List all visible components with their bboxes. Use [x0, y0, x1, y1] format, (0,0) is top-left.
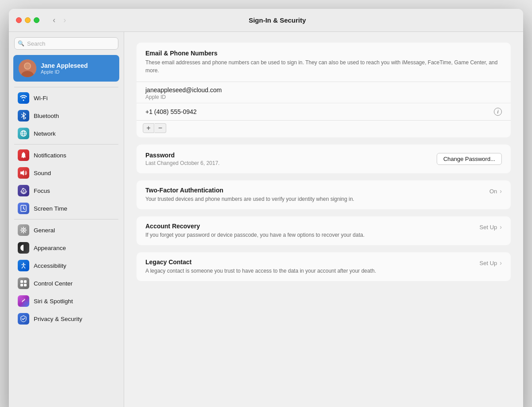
sidebar-label-notifications: Notifications: [34, 152, 66, 159]
sidebar-label-controlcenter: Control Center: [34, 280, 73, 287]
email-value: janeappleseed@icloud.com: [145, 86, 502, 94]
sidebar-label-appearance: Appearance: [34, 245, 66, 251]
change-password-button[interactable]: Change Password...: [437, 153, 502, 165]
siri-icon: [18, 295, 29, 307]
svg-rect-22: [20, 284, 23, 286]
svg-rect-23: [24, 284, 27, 286]
svg-rect-20: [20, 280, 23, 283]
account-recovery-card: Account Recovery If you forget your pass…: [137, 216, 511, 245]
email-phone-title: Email & Phone Numbers: [145, 50, 502, 57]
sidebar-item-controlcenter[interactable]: Control Center: [12, 275, 121, 292]
account-recovery-row[interactable]: Account Recovery If you forget your pass…: [137, 216, 511, 245]
user-profile-item[interactable]: Jane Appleseed Apple ID: [13, 55, 119, 82]
account-recovery-status: Set Up: [480, 224, 497, 231]
sidebar-label-general: General: [34, 227, 55, 234]
legacy-contact-desc: A legacy contact is someone you trust to…: [145, 267, 480, 275]
legacy-contact-right: Set Up ›: [480, 258, 502, 266]
sidebar-item-appearance[interactable]: Appearance: [12, 239, 121, 256]
sidebar-item-sound[interactable]: Sound: [12, 164, 121, 181]
svg-rect-21: [24, 280, 27, 283]
chevron-right-icon-3: ›: [500, 259, 502, 266]
two-factor-desc: Your trusted devices and phone numbers a…: [145, 195, 489, 203]
user-info: Jane Appleseed Apple ID: [41, 62, 88, 74]
search-input[interactable]: [14, 37, 118, 50]
svg-point-16: [23, 229, 24, 231]
sidebar-label-network: Network: [34, 130, 56, 137]
sidebar-item-screentime[interactable]: Screen Time: [12, 200, 121, 217]
svg-point-3: [25, 63, 30, 69]
two-factor-row[interactable]: Two-Factor Authentication Your trusted d…: [137, 180, 511, 209]
sidebar-item-general[interactable]: General: [12, 222, 121, 239]
controlcenter-icon: [18, 278, 29, 289]
add-button[interactable]: +: [143, 123, 154, 133]
email-phone-card: Email & Phone Numbers These email addres…: [137, 43, 511, 137]
sidebar-item-accessibility[interactable]: Accessibility: [12, 257, 121, 274]
sidebar-divider-1: [14, 87, 118, 87]
svg-marker-11: [20, 170, 24, 176]
screentime-icon: [18, 203, 29, 214]
sidebar-item-wifi[interactable]: Wi-Fi: [12, 90, 121, 106]
chevron-right-icon-2: ›: [500, 223, 502, 231]
two-factor-card: Two-Factor Authentication Your trusted d…: [137, 180, 511, 209]
wifi-icon: [18, 92, 29, 104]
legacy-contact-status: Set Up: [480, 260, 497, 266]
search-bar: 🔍: [14, 37, 118, 50]
sidebar-item-notifications[interactable]: Notifications: [12, 147, 121, 164]
sidebar-label-sound: Sound: [34, 170, 51, 176]
avatar: [19, 59, 36, 77]
window-title: Sign-In & Security: [39, 16, 516, 24]
account-recovery-right: Set Up ›: [480, 223, 502, 231]
sidebar-item-network[interactable]: Network: [12, 125, 121, 142]
main-content: Email & Phone Numbers These email addres…: [124, 32, 523, 407]
sidebar-item-focus[interactable]: Focus: [12, 182, 121, 199]
close-button[interactable]: [16, 17, 22, 23]
account-recovery-info: Account Recovery If you forget your pass…: [145, 223, 480, 239]
add-remove-row: + −: [137, 120, 511, 137]
general-icon: [18, 224, 29, 236]
legacy-contact-info: Legacy Contact A legacy contact is someo…: [145, 258, 480, 275]
svg-line-15: [23, 208, 25, 210]
chevron-right-icon: ›: [500, 188, 502, 195]
email-phone-header: Email & Phone Numbers These email addres…: [137, 43, 511, 82]
svg-point-12: [23, 190, 24, 192]
sidebar-label-siri: Siri & Spotlight: [34, 298, 73, 305]
email-entry: janeappleseed@icloud.com Apple ID: [137, 82, 511, 103]
email-sublabel: Apple ID: [145, 94, 502, 100]
sidebar-label-screentime: Screen Time: [34, 205, 67, 212]
password-info: Password Last Changed October 6, 2017.: [145, 152, 219, 166]
sidebar-divider-3: [14, 219, 118, 219]
legacy-contact-title: Legacy Contact: [145, 258, 480, 266]
password-row: Password Last Changed October 6, 2017. C…: [137, 145, 511, 173]
content-area: 🔍 Jane Appleseed Apple ID: [9, 32, 523, 407]
sidebar-label-bluetooth: Bluetooth: [34, 113, 59, 119]
accessibility-icon: [18, 260, 29, 271]
info-button[interactable]: i: [494, 108, 502, 116]
user-name: Jane Appleseed: [41, 62, 88, 69]
notifications-icon: [18, 149, 29, 161]
privacy-icon: [18, 313, 29, 325]
sidebar-label-accessibility: Accessibility: [34, 262, 66, 269]
account-recovery-title: Account Recovery: [145, 223, 480, 230]
bluetooth-icon: [18, 110, 29, 121]
sidebar-label-focus: Focus: [34, 188, 50, 194]
legacy-contact-row[interactable]: Legacy Contact A legacy contact is someo…: [137, 252, 511, 281]
sidebar-item-siri[interactable]: Siri & Spotlight: [12, 293, 121, 309]
focus-icon: [18, 185, 29, 196]
two-factor-status: On: [489, 188, 497, 195]
sound-icon: [18, 167, 29, 179]
sidebar-label-privacy: Privacy & Security: [34, 316, 82, 322]
svg-point-24: [20, 298, 27, 304]
remove-button[interactable]: −: [155, 123, 166, 133]
two-factor-info: Two-Factor Authentication Your trusted d…: [145, 187, 489, 203]
password-title: Password: [145, 152, 219, 159]
search-icon: 🔍: [18, 40, 24, 47]
sidebar-label-wifi: Wi-Fi: [34, 95, 47, 102]
sidebar-item-privacy[interactable]: Privacy & Security: [12, 310, 121, 327]
phone-row: +1 (408) 555-0942 i: [137, 103, 511, 120]
sidebar-item-bluetooth[interactable]: Bluetooth: [12, 107, 121, 124]
password-date: Last Changed October 6, 2017.: [145, 160, 219, 166]
network-icon: [18, 128, 29, 139]
minimize-button[interactable]: [25, 17, 31, 23]
two-factor-right: On ›: [489, 187, 502, 195]
legacy-contact-card: Legacy Contact A legacy contact is someo…: [137, 252, 511, 281]
